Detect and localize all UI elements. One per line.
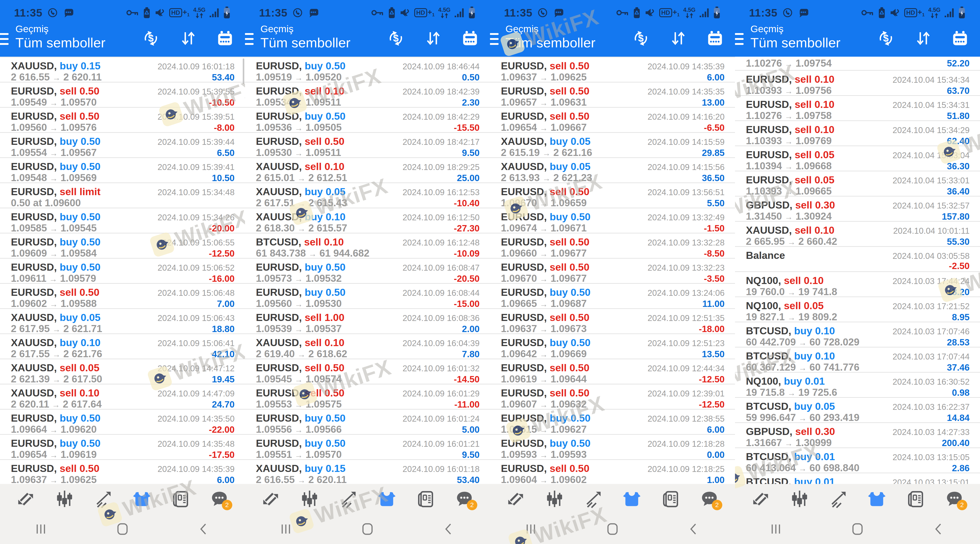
trade-row[interactable]: EURUSD, sell 0.102024.10.09 18:42:391.09… — [245, 82, 490, 108]
trade-row[interactable]: NQ100, sell 0.052024.10.03 17:21:5219 82… — [735, 297, 980, 322]
trade-row[interactable]: XAUUSD, buy 0.052024.10.09 14:15:562 613… — [490, 158, 735, 183]
sort-icon[interactable] — [671, 30, 686, 46]
recents-button[interactable] — [0, 522, 82, 536]
menu-icon[interactable] — [0, 33, 9, 45]
tab-history-active[interactable] — [132, 489, 151, 509]
trade-row[interactable]: EURUSD, buy 0.502024.10.09 15:06:551.096… — [0, 233, 245, 259]
trade-row[interactable]: EURUSD, sell 0.502024.10.09 13:32:231.09… — [490, 259, 735, 284]
trade-row[interactable]: XAUUSD, buy 0.152024.10.09 16:01:182 616… — [245, 460, 490, 484]
trade-row[interactable]: EURUSD, buy 0.502024.10.09 16:08:471.095… — [245, 259, 490, 284]
symbol-filter-title[interactable]: Tüm semboller — [261, 35, 350, 50]
symbol-filter-title[interactable]: Tüm semboller — [751, 35, 840, 50]
tab-messages[interactable]: 2 — [700, 489, 719, 509]
trade-row[interactable]: XAUUSD, sell 0.052024.10.09 14:47:122 62… — [0, 359, 245, 384]
currency-exchange-icon[interactable]: $ — [877, 30, 894, 47]
trade-row[interactable]: EURUSD, buy 0.502024.10.09 12:38:551.096… — [490, 409, 735, 435]
tab-news[interactable] — [661, 489, 680, 509]
trade-row[interactable]: EURUSD, buy 0.502024.10.09 15:39:411.095… — [0, 158, 245, 183]
trade-row-partial[interactable]: BTCUSD, buy 0.012024.10.03 13:15:01 — [735, 473, 980, 484]
trade-row[interactable]: BTCUSD, buy 0.102024.10.03 17:07:4660 44… — [735, 322, 980, 347]
trade-row[interactable]: EURUSD, sell 0.502024.10.09 13:56:511.09… — [490, 183, 735, 208]
sort-icon[interactable] — [426, 30, 441, 46]
currency-exchange-icon[interactable]: $ — [632, 30, 649, 47]
trade-row[interactable]: BTCUSD, buy 0.052024.10.03 16:22:3759 99… — [735, 398, 980, 423]
trade-row[interactable]: EURUSD, sell 0.052024.10.04 15:33:041.10… — [735, 146, 980, 171]
trade-row[interactable]: EURUSD, buy 0.502024.10.09 18:42:291.095… — [245, 108, 490, 133]
trade-row[interactable]: EURUSD, buy 0.502024.10.09 14:35:481.096… — [0, 435, 245, 460]
tab-charts[interactable] — [300, 489, 319, 509]
trade-row[interactable]: EURUSD, sell 0.502024.10.09 15:39:551.09… — [0, 82, 245, 108]
tab-history-active[interactable] — [622, 489, 641, 509]
tab-history-active[interactable] — [867, 489, 886, 509]
back-button[interactable] — [163, 522, 245, 536]
tab-news[interactable] — [171, 489, 190, 509]
symbol-filter-title[interactable]: Tüm semboller — [16, 35, 105, 50]
tab-trade[interactable] — [584, 489, 603, 509]
trade-row[interactable]: NQ100, buy 0.012024.10.03 16:30:5219 715… — [735, 373, 980, 398]
back-button[interactable] — [653, 522, 735, 536]
trade-row[interactable]: EURUSD, sell 0.502024.10.09 16:01:291.09… — [245, 384, 490, 409]
symbol-filter-title[interactable]: Tüm semboller — [506, 35, 595, 50]
back-button[interactable] — [898, 522, 980, 536]
trade-row[interactable]: XAUUSD, sell 0.102024.10.09 18:29:252 61… — [245, 158, 490, 183]
trade-row[interactable]: EURUSD, sell 0.052024.10.04 15:33:011.10… — [735, 171, 980, 197]
trade-row[interactable]: XAUUSD, buy 0.152024.10.09 16:01:182 616… — [0, 57, 245, 82]
trade-row[interactable]: EURUSD, buy 0.502024.10.09 16:01:241.095… — [245, 409, 490, 435]
menu-icon[interactable] — [490, 33, 499, 45]
trade-row[interactable]: XAUUSD, buy 0.052024.10.09 16:12:532 617… — [245, 183, 490, 208]
trade-row[interactable]: EURUSD, buy 0.502024.10.09 15:06:521.096… — [0, 259, 245, 284]
tab-news[interactable] — [906, 489, 925, 509]
home-button[interactable] — [82, 522, 163, 536]
trade-row[interactable]: EURUSD, buy 0.502024.10.09 12:18:281.095… — [490, 435, 735, 460]
trade-row[interactable]: EURUSD, sell 0.502024.10.09 12:51:351.09… — [490, 309, 735, 334]
trade-row[interactable]: EURUSD, buy 0.502024.10.09 16:08:441.095… — [245, 284, 490, 309]
trade-row[interactable]: EURUSD, buy 0.502024.10.09 15:39:441.095… — [0, 133, 245, 158]
trade-row[interactable]: EURUSD, buy 0.502024.10.09 16:01:211.095… — [245, 435, 490, 460]
trade-row[interactable]: EURUSD, buy 0.502024.10.09 12:51:231.096… — [490, 334, 735, 359]
tab-charts[interactable] — [790, 489, 809, 509]
trade-row[interactable]: EURUSD, buy 0.502024.10.09 13:24:061.096… — [490, 284, 735, 309]
trade-row[interactable]: EURUSD, buy 0.502024.10.09 15:34:261.095… — [0, 208, 245, 233]
trade-row[interactable]: XAUUSD, sell 0.102024.10.09 16:04:392 61… — [245, 334, 490, 359]
trade-row[interactable]: EURUSD, sell 0.502024.10.09 15:06:481.09… — [0, 284, 245, 309]
trade-row[interactable]: XAUUSD, buy 0.102024.10.09 15:06:412 617… — [0, 334, 245, 359]
home-button[interactable] — [817, 522, 898, 536]
calendar-icon[interactable] — [217, 30, 233, 46]
home-button[interactable] — [572, 522, 653, 536]
trade-row[interactable]: EURUSD, sell 0.502024.10.09 14:35:391.09… — [0, 460, 245, 484]
trade-row[interactable]: XAUUSD, sell 0.102024.10.09 14:47:092 62… — [0, 384, 245, 409]
trade-row[interactable]: EURUSD, sell 0.502024.10.09 14:35:391.09… — [490, 57, 735, 82]
tab-quotes[interactable] — [751, 489, 770, 509]
balance-row[interactable]: Balance2024.10.04 03:05:58-2.50 — [735, 247, 980, 272]
menu-icon[interactable] — [245, 33, 254, 45]
tab-messages[interactable]: 2 — [945, 489, 964, 509]
trade-row[interactable]: BTCUSD, buy 0.102024.10.03 17:07:4460 36… — [735, 347, 980, 373]
currency-exchange-icon[interactable]: $ — [387, 30, 404, 47]
trade-row[interactable]: EURUSD, sell 1.002024.10.09 16:08:361.09… — [245, 309, 490, 334]
menu-icon[interactable] — [735, 33, 744, 45]
pending-order-row[interactable]: EURUSD, sell limit2024.10.09 15:34:480.5… — [0, 183, 245, 208]
trade-row[interactable]: EURUSD, sell 0.502024.10.09 13:32:281.09… — [490, 233, 735, 259]
tab-trade[interactable] — [339, 489, 358, 509]
trade-row[interactable]: EURUSD, sell 0.502024.10.09 14:35:351.09… — [490, 82, 735, 108]
tab-history-active[interactable] — [377, 489, 396, 509]
tab-news[interactable] — [416, 489, 435, 509]
back-button[interactable] — [408, 522, 490, 536]
trade-row[interactable]: BTCUSD, sell 0.102024.10.09 16:12:4861 8… — [245, 233, 490, 259]
tab-trade[interactable] — [829, 489, 848, 509]
trade-row[interactable]: BTCUSD, buy 0.012024.10.03 13:15:0560 41… — [735, 448, 980, 473]
tab-quotes[interactable] — [261, 489, 280, 509]
trade-row[interactable]: EURUSD, sell 0.102024.10.04 15:34:311.10… — [735, 96, 980, 121]
trade-row[interactable]: EURUSD, sell 0.502024.10.09 12:18:251.09… — [490, 460, 735, 484]
tab-quotes[interactable] — [16, 489, 35, 509]
trade-row[interactable]: EURUSD, sell 0.502024.10.09 12:44:341.09… — [490, 359, 735, 384]
trade-row[interactable]: XAUUSD, sell 0.102024.10.04 10:01:112 66… — [735, 222, 980, 247]
recents-button[interactable] — [245, 522, 327, 536]
trade-row[interactable]: EURUSD, sell 0.502024.10.09 18:42:171.09… — [245, 133, 490, 158]
calendar-icon[interactable] — [462, 30, 478, 46]
trade-row-partial[interactable]: 1.10276→1.0975452.20 — [735, 57, 980, 71]
trade-row[interactable]: EURUSD, buy 0.502024.10.09 13:32:491.096… — [490, 208, 735, 233]
trade-row[interactable]: EURUSD, sell 0.102024.10.04 15:34:291.10… — [735, 121, 980, 146]
home-button[interactable] — [327, 522, 408, 536]
recents-button[interactable] — [735, 522, 817, 536]
